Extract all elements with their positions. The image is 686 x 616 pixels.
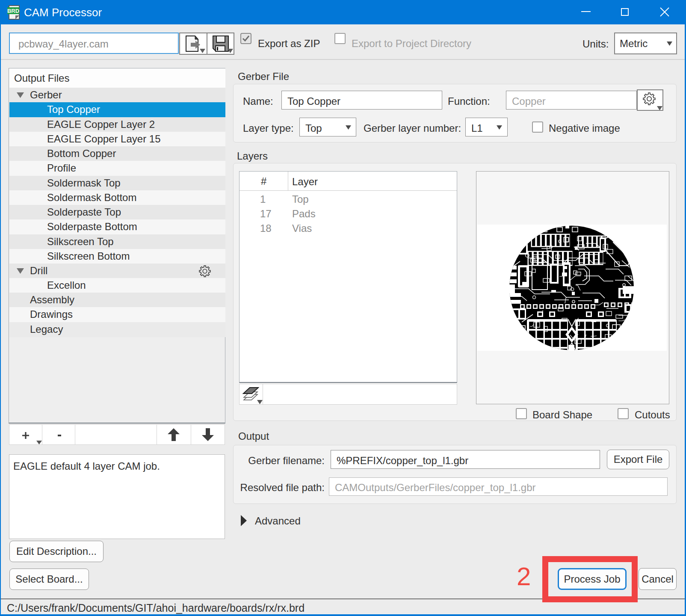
svg-text:BRD: BRD xyxy=(7,8,19,14)
